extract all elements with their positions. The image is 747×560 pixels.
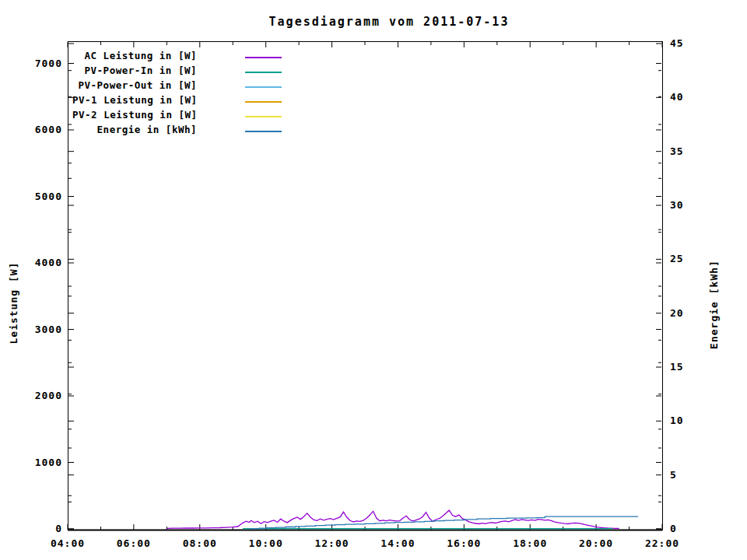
x-tick-label: 18:00 [507, 537, 553, 549]
y-left-tick-label: 6000 [22, 124, 62, 135]
x-tick-label: 04:00 [44, 537, 91, 549]
y-right-tick-label: 15 [670, 361, 704, 373]
legend-label: Energie in [kWh] [72, 122, 197, 137]
legend-item-pv2-leistung: PV-2 Leistung in [W] [72, 107, 298, 122]
y-right-tick-label: 40 [670, 91, 704, 103]
y-left-tick-label: 0 [22, 523, 62, 534]
x-tick-label: 12:00 [309, 537, 356, 549]
legend-label: PV-Power-In in [W] [72, 63, 197, 78]
y-left-tick-label: 5000 [22, 191, 62, 202]
y-left-tick-label: 7000 [22, 58, 62, 69]
y-right-tick-label: 30 [670, 199, 704, 211]
y-right-tick-label: 45 [670, 37, 704, 49]
y-axis-right-label: Energie [kWh] [708, 219, 720, 390]
x-tick-label: 08:00 [177, 537, 223, 549]
series-line-0 [167, 510, 619, 528]
gnuplot-chart-window: Tagesdiagramm vom 2011-07-13 Leistung [W… [0, 0, 747, 560]
x-tick-label: 16:00 [440, 537, 487, 549]
legend-line-swatch [245, 116, 282, 117]
x-tick-label: 14:00 [374, 537, 421, 549]
legend-line-swatch [245, 131, 282, 132]
y-left-tick-label: 4000 [22, 257, 62, 268]
legend-line-swatch [245, 101, 282, 103]
y-right-tick-label: 35 [670, 145, 704, 157]
y-left-tick-label: 2000 [22, 390, 62, 401]
legend-item-pv-power-out: PV-Power-Out in [W] [72, 78, 298, 93]
y-right-tick-label: 10 [670, 415, 704, 426]
x-tick-label: 10:00 [243, 537, 289, 549]
legend: AC Leistung in [W] PV-Power-In in [W] PV… [72, 48, 298, 137]
y-right-tick-label: 0 [670, 523, 704, 534]
legend-item-pv1-leistung: PV-1 Leistung in [W] [72, 93, 298, 107]
x-tick-label: 06:00 [110, 537, 157, 549]
legend-item-ac-leistung: AC Leistung in [W] [72, 48, 298, 63]
y-right-tick-label: 20 [670, 307, 704, 319]
legend-label: PV-1 Leistung in [W] [72, 93, 197, 107]
legend-item-pv-power-in: PV-Power-In in [W] [72, 63, 298, 78]
legend-label: PV-Power-Out in [W] [72, 78, 197, 93]
legend-line-swatch [245, 72, 282, 73]
legend-line-swatch [245, 86, 282, 88]
x-tick-label: 22:00 [639, 537, 686, 549]
legend-item-energie: Energie in [kWh] [72, 122, 298, 137]
legend-label: AC Leistung in [W] [72, 48, 197, 63]
y-left-tick-label: 3000 [22, 324, 62, 335]
legend-label: PV-2 Leistung in [W] [72, 107, 197, 122]
y-axis-left-label: Leistung [W] [8, 218, 19, 389]
y-left-tick-label: 1000 [22, 457, 62, 468]
x-tick-label: 20:00 [573, 537, 619, 549]
y-right-tick-label: 5 [670, 469, 704, 481]
series-line-5 [249, 516, 638, 529]
y-right-tick-label: 25 [670, 253, 704, 264]
legend-line-swatch [245, 57, 282, 58]
